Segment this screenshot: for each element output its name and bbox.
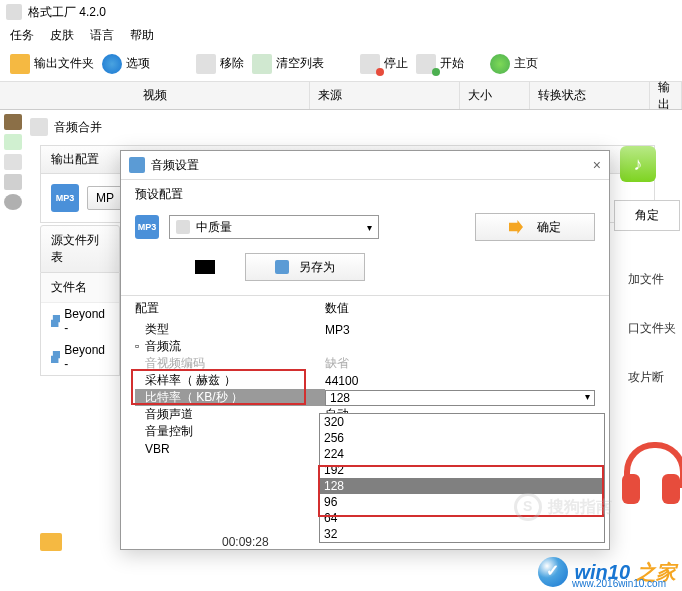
start-icon <box>416 54 436 74</box>
add-folder-button[interactable]: 口文件夹 <box>624 314 682 343</box>
dd-option[interactable]: 224 <box>320 446 604 462</box>
file-name: Beyond - <box>64 307 109 335</box>
menu-bar: 任务 皮肤 语言 帮助 <box>0 24 682 46</box>
home-button[interactable]: 主页 <box>490 54 538 74</box>
value-col: 数值 <box>325 300 349 317</box>
arrow-right-icon <box>509 220 523 234</box>
win10-watermark: win10之家 www.2016win10.com <box>538 557 676 587</box>
menu-skin[interactable]: 皮肤 <box>50 27 74 44</box>
cfg-row-sample-rate[interactable]: 采样率（ 赫兹 ） 44100 <box>135 372 595 389</box>
files-list: 文件名 Beyond - Beyond - <box>40 273 120 376</box>
col-source[interactable]: 来源 <box>310 82 460 109</box>
menu-task[interactable]: 任务 <box>10 27 34 44</box>
stop-icon <box>360 54 380 74</box>
time-display: 00:09:28 <box>222 535 269 549</box>
audio-merge-row: 音频合并 <box>30 118 102 136</box>
cfg-row-type[interactable]: 类型 MP3 <box>135 321 595 338</box>
bitrate-dropdown[interactable]: 320 256 224 192 128 96 64 32 <box>319 413 605 543</box>
ok-button[interactable]: 确定 <box>475 213 595 241</box>
remove-icon <box>196 54 216 74</box>
config-table-header: 配置 数值 <box>121 296 609 321</box>
music-note-icon[interactable] <box>4 134 22 150</box>
save-as-label: 另存为 <box>299 259 335 276</box>
picture-icon[interactable] <box>4 174 22 190</box>
cfg-row-codec[interactable]: 音视频编码 缺省 <box>135 355 595 372</box>
save-as-button[interactable]: 另存为 <box>245 253 365 281</box>
mp3-icon: MP3 <box>51 184 79 212</box>
output-folder-label: 输出文件夹 <box>34 55 94 72</box>
clear-list-button[interactable]: 清空列表 <box>252 54 324 74</box>
merge-icon <box>30 118 48 136</box>
cfg-label: 音量控制 <box>135 423 325 440</box>
dialog-title: 音频设置 <box>151 157 199 174</box>
preset-select[interactable]: 中质量 <box>169 215 379 239</box>
close-icon[interactable]: × <box>593 157 601 173</box>
clear-icon <box>252 54 272 74</box>
output-folder-button[interactable]: 输出文件夹 <box>10 54 94 74</box>
cfg-value: 44100 <box>325 374 595 388</box>
options-button[interactable]: 选项 <box>102 54 150 74</box>
app-icon <box>6 4 22 20</box>
preset-value: 中质量 <box>196 219 232 236</box>
cfg-value: 缺省 <box>325 355 595 372</box>
preset-label: 预设配置 <box>121 180 609 209</box>
preset-item-icon <box>176 220 190 234</box>
col-output[interactable]: 输出 <box>650 82 682 109</box>
col-status[interactable]: 转换状态 <box>530 82 650 109</box>
list-item[interactable]: Beyond - <box>41 303 119 339</box>
file-name: Beyond - <box>64 343 109 371</box>
mp3-icon: MP3 <box>135 215 159 239</box>
folder-icon[interactable] <box>40 533 62 551</box>
dialog-title-bar: 音频设置 × <box>121 151 609 179</box>
sogou-text: 搜狗指南 <box>548 497 612 518</box>
stop-button[interactable]: 停止 <box>360 54 408 74</box>
options-icon <box>102 54 122 74</box>
col-video[interactable]: 视频 <box>0 82 310 109</box>
right-actions: 加文件 口文件夹 攻片断 <box>624 265 682 392</box>
tree-collapse-icon[interactable]: ▫ <box>135 339 145 353</box>
add-file-button[interactable]: 加文件 <box>624 265 682 294</box>
cfg-label: 采样率（ 赫兹 ） <box>135 372 325 389</box>
film-icon[interactable] <box>4 114 22 130</box>
disk-icon <box>275 260 289 274</box>
remove-label: 移除 <box>220 55 244 72</box>
remove-button[interactable]: 移除 <box>196 54 244 74</box>
dd-option[interactable]: 192 <box>320 462 604 478</box>
cfg-label: 音频流 <box>145 339 181 353</box>
dialog-icon <box>129 157 145 173</box>
bg-ok-button[interactable]: 角定 <box>614 200 680 231</box>
sidebar <box>0 110 26 214</box>
folder-icon <box>10 54 30 74</box>
dd-option[interactable]: 32 <box>320 526 604 542</box>
menu-help[interactable]: 帮助 <box>130 27 154 44</box>
wm-url: www.2016win10.com <box>572 578 666 589</box>
dd-option-selected[interactable]: 128 <box>320 478 604 494</box>
files-col-name[interactable]: 文件名 <box>41 273 119 303</box>
cfg-label: VBR <box>135 442 325 456</box>
check-logo-icon <box>538 557 568 587</box>
options-label: 选项 <box>126 55 150 72</box>
bottom-row: 00:09:28 <box>40 533 269 551</box>
cfg-row-bitrate[interactable]: 比特率（ KB/秒 ） 128 <box>135 389 595 406</box>
disc-icon[interactable] <box>4 154 22 170</box>
list-item[interactable]: Beyond - <box>41 339 119 375</box>
start-label: 开始 <box>440 55 464 72</box>
dd-option[interactable]: 320 <box>320 414 604 430</box>
cfg-row-stream[interactable]: ▫音频流 <box>135 338 595 355</box>
menu-language[interactable]: 语言 <box>90 27 114 44</box>
mp-button[interactable]: MP <box>87 186 123 210</box>
start-button[interactable]: 开始 <box>416 54 464 74</box>
clip-button[interactable]: 攻片断 <box>624 363 682 392</box>
gear-icon[interactable] <box>4 194 22 210</box>
clear-list-label: 清空列表 <box>276 55 324 72</box>
home-label: 主页 <box>514 55 538 72</box>
cfg-value: MP3 <box>325 323 595 337</box>
cfg-value[interactable]: 128 <box>325 390 595 406</box>
source-files-section: 源文件列表 文件名 Beyond - Beyond - <box>40 225 120 376</box>
cfg-label: 类型 <box>135 321 325 338</box>
cfg-label: 音频声道 <box>135 406 325 423</box>
dd-option[interactable]: 256 <box>320 430 604 446</box>
toolbar: 输出文件夹 选项 移除 清空列表 停止 开始 主页 <box>0 46 682 82</box>
col-size[interactable]: 大小 <box>460 82 530 109</box>
merge-label: 音频合并 <box>54 119 102 136</box>
